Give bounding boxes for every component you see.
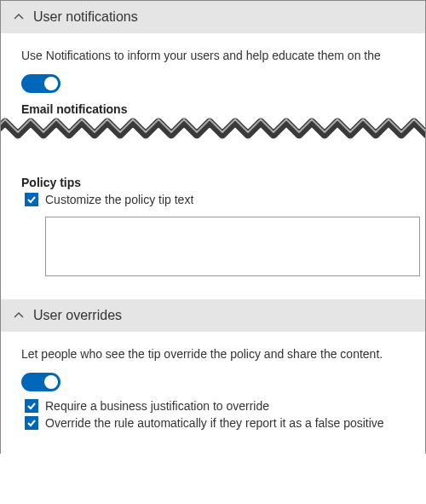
section-body-notifications: Use Notifications to inform your users a… — [1, 33, 425, 299]
toggle-knob — [44, 77, 58, 90]
require-justification-label: Require a business justification to over… — [45, 399, 269, 413]
notifications-description: Use Notifications to inform your users a… — [21, 49, 412, 62]
section-header-overrides[interactable]: User overrides — [1, 299, 425, 332]
policy-tip-text-input[interactable] — [45, 217, 420, 276]
overrides-toggle[interactable] — [21, 373, 60, 391]
content-truncation-indicator — [1, 116, 426, 142]
false-positive-checkbox[interactable] — [25, 416, 38, 430]
email-notifications-label: Email notifications — [21, 102, 412, 116]
section-header-notifications[interactable]: User notifications — [1, 1, 425, 33]
customize-tip-label: Customize the policy tip text — [45, 193, 193, 206]
section-title-notifications: User notifications — [33, 9, 138, 25]
policy-tips-label: Policy tips — [21, 176, 412, 189]
require-justification-row: Require a business justification to over… — [21, 399, 412, 413]
section-title-overrides: User overrides — [33, 308, 122, 323]
chevron-up-icon — [13, 11, 25, 23]
require-justification-checkbox[interactable] — [25, 399, 38, 413]
notifications-toggle[interactable] — [21, 74, 60, 93]
chevron-up-icon — [13, 310, 25, 322]
toggle-knob — [44, 375, 58, 389]
section-body-overrides: Let people who see the tip override the … — [1, 332, 425, 454]
customize-tip-checkbox[interactable] — [25, 193, 38, 206]
overrides-description: Let people who see the tip override the … — [21, 347, 412, 361]
customize-tip-checkbox-row: Customize the policy tip text — [21, 193, 412, 206]
false-positive-row: Override the rule automatically if they … — [21, 416, 412, 430]
false-positive-label: Override the rule automatically if they … — [45, 416, 384, 430]
